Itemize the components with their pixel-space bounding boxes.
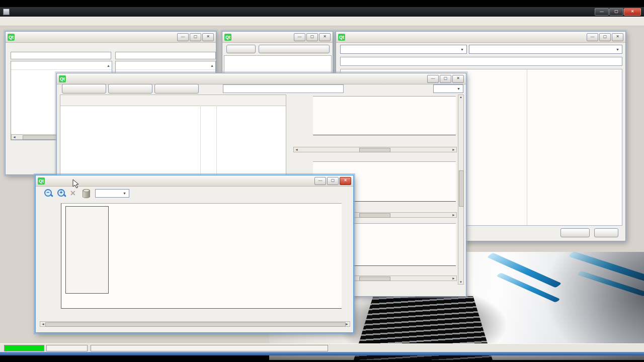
windows-taskbar[interactable] — [0, 352, 644, 355]
detect-button[interactable] — [226, 45, 256, 53]
menubar — [0, 17, 644, 26]
chart1-x-axis — [313, 138, 456, 144]
multicurve-x-axis — [61, 311, 342, 317]
zoom-out-icon[interactable]: − — [44, 189, 54, 199]
qt-icon: Qt — [224, 34, 231, 41]
maximize-icon[interactable]: ▢ — [306, 33, 318, 41]
screen: — ▢ ✕ Qt — ▢ ✕ — [0, 0, 644, 362]
qt-icon: Qt — [8, 34, 15, 41]
maximize-icon[interactable]: ▢ — [599, 33, 611, 41]
table-header[interactable] — [60, 95, 286, 106]
chart1-hscrollbar[interactable]: ◄► — [293, 147, 457, 152]
database-icon[interactable] — [83, 189, 90, 198]
qt-icon: Qt — [59, 75, 66, 82]
multicurve-hscrollbar[interactable]: ◄► — [40, 321, 350, 327]
ecu-dropdown[interactable]: ▼ — [340, 45, 467, 54]
filter-input[interactable] — [223, 84, 344, 93]
refresh-rate-dropdown[interactable]: ▼ — [433, 84, 463, 93]
app-minimize-button[interactable]: — — [595, 8, 609, 16]
statusbar — [0, 343, 644, 352]
close-icon[interactable]: ✕ — [452, 75, 464, 83]
close-icon[interactable]: ✕ — [202, 33, 214, 41]
column-divider — [527, 69, 527, 226]
test-button[interactable] — [259, 45, 330, 53]
zoom-in-icon[interactable]: + — [57, 189, 67, 199]
status-text-label — [91, 345, 328, 351]
minimize-icon[interactable]: — — [587, 33, 598, 41]
form-titlebar[interactable]: Qt — ▢ ✕ — [222, 32, 333, 43]
scroll-up-icon[interactable]: ▲ — [107, 62, 110, 70]
chart1-y-axis — [288, 96, 311, 138]
minimize-icon[interactable]: — — [314, 177, 326, 185]
ecu-search-input[interactable] — [11, 52, 111, 59]
job-time-status — [389, 289, 462, 295]
app-icon — [3, 9, 10, 15]
multiplot-button[interactable] — [108, 84, 152, 94]
qt-icon: Qt — [338, 34, 345, 41]
charts-vscrollbar[interactable]: ▲▼ — [458, 95, 464, 285]
app-titlebar: — ▢ ✕ — [0, 7, 644, 17]
multicurve-window: Qt — ▢ ✕ − + ✕ ▼ — [35, 175, 354, 333]
chevron-down-icon: ▼ — [123, 192, 126, 195]
value-readout-box — [65, 206, 109, 294]
table-button[interactable] — [594, 228, 618, 237]
minimize-icon[interactable]: — — [294, 33, 305, 41]
scroll-up-icon[interactable]: ▲ — [210, 62, 214, 70]
maximize-icon[interactable]: ▢ — [190, 33, 201, 41]
app-close-button[interactable]: ✕ — [624, 8, 641, 16]
start-job-button[interactable] — [560, 228, 590, 237]
status-jobs-count — [46, 345, 88, 351]
chevron-down-icon: ▼ — [460, 48, 464, 51]
minimize-icon[interactable]: — — [427, 75, 439, 83]
close-icon[interactable]: ✕ — [612, 33, 623, 41]
multicurve-y-axis — [38, 203, 59, 310]
chart1-canvas — [313, 97, 456, 136]
chevron-down-icon: ▼ — [457, 87, 460, 90]
mdi-area: Qt — ▢ ✕ ▲ ◄ — [0, 17, 644, 343]
qt-icon: Qt — [38, 177, 45, 185]
custom-jobs-titlebar[interactable]: Qt — ▢ ✕ — [336, 32, 625, 43]
close-icon[interactable]: ✕ — [340, 177, 351, 185]
job-name-field[interactable] — [340, 57, 622, 66]
chevron-down-icon: ▼ — [616, 48, 619, 51]
maximize-icon[interactable]: ▢ — [327, 177, 339, 185]
job1-titlebar[interactable]: Qt — ▢ ✕ — [57, 73, 466, 84]
maximize-icon[interactable]: ▢ — [440, 75, 451, 83]
multicurve-titlebar[interactable]: Qt — ▢ ✕ — [36, 175, 353, 187]
minimize-icon[interactable]: — — [177, 33, 189, 41]
mouse-cursor — [72, 179, 79, 191]
status-running-badge — [4, 345, 44, 351]
app-maximize-button[interactable]: ▢ — [609, 8, 623, 16]
ecu-list-top-item[interactable]: ▲ — [11, 61, 112, 70]
scroll-left-icon[interactable]: ◄ — [13, 135, 16, 139]
curve-select-dropdown[interactable]: ▼ — [95, 189, 129, 198]
unmark-button[interactable] — [62, 84, 106, 94]
close-icon[interactable]: ✕ — [319, 33, 331, 41]
multicurve-plot[interactable] — [61, 203, 342, 309]
ecu-list-titlebar[interactable]: Qt — ▢ ✕ — [6, 32, 216, 43]
job-dropdown[interactable]: ▼ — [469, 45, 622, 54]
gauge-button[interactable] — [154, 84, 199, 94]
job-search-input[interactable] — [115, 52, 216, 59]
chart1-plot[interactable] — [313, 96, 456, 135]
jobs-list-top-item[interactable]: ▲ — [116, 61, 215, 70]
